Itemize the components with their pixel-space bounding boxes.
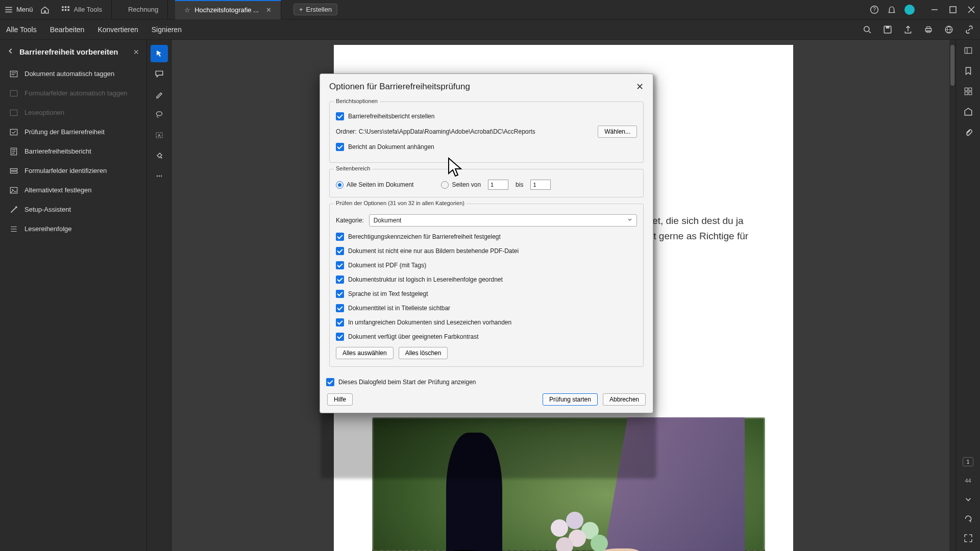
sidebar-item-alt-text[interactable]: Alternativtext festlegen (0, 181, 146, 200)
show-on-start-label: Dieses Dialogfeld beim Start der Prüfung… (338, 379, 476, 386)
check-3[interactable] (336, 276, 344, 284)
check-7[interactable] (336, 333, 344, 341)
category-value: Dokument (374, 217, 402, 224)
search-icon[interactable] (863, 25, 872, 34)
dialog-close-icon[interactable]: ✕ (636, 81, 644, 92)
sidebar-item-label: Barrierefreiheitsbericht (24, 147, 91, 155)
sidebar-item-check[interactable]: Prüfung der Barrierefreiheit (0, 122, 146, 142)
all-pages-radio[interactable] (336, 181, 344, 189)
nav-sign[interactable]: Signieren (152, 26, 182, 34)
wand-icon (9, 205, 18, 214)
svg-point-28 (160, 157, 162, 159)
tag-icon (9, 69, 18, 79)
page-total: 44 (965, 478, 971, 484)
tab-doc-1[interactable]: Rechnung (119, 0, 168, 19)
sidebar-item-label: Formularfelder automatisch taggen (24, 89, 128, 97)
start-check-button[interactable]: Prüfung starten (543, 393, 598, 406)
check-2[interactable] (336, 261, 344, 269)
select-all-button[interactable]: Alles auswählen (336, 347, 394, 359)
link-icon[interactable] (965, 25, 974, 34)
category-select[interactable]: Dokument (369, 214, 637, 227)
clear-all-button[interactable]: Alles löschen (399, 347, 448, 359)
check-0[interactable] (336, 233, 344, 241)
nav-edit[interactable]: Bearbeiten (50, 26, 85, 34)
choose-folder-button[interactable]: Wählen... (598, 126, 637, 138)
avatar[interactable] (904, 5, 915, 15)
back-icon[interactable] (7, 47, 14, 57)
lasso-tool[interactable] (151, 106, 168, 123)
sidebar-item-report[interactable]: Barrierefreiheitsbericht (0, 142, 146, 161)
refresh-icon[interactable] (964, 514, 973, 523)
sidebar-item-setup[interactable]: Setup-Assistent (0, 200, 146, 219)
check-6[interactable] (336, 318, 344, 327)
textbox-tool[interactable]: A (151, 127, 168, 144)
report-icon (9, 147, 18, 156)
tab-all-tools-label: Alle Tools (74, 6, 102, 13)
right-rail: 1 44 (955, 40, 980, 551)
more-tools[interactable] (151, 167, 168, 185)
sidebar-item-label: Alternativtext festlegen (24, 186, 92, 194)
sidebar-item-label: Dokument automatisch taggen (24, 70, 114, 78)
menu-button[interactable]: Menü (4, 5, 33, 14)
pages-from-radio[interactable] (441, 181, 449, 189)
cancel-button[interactable]: Abbrechen (603, 393, 646, 406)
attach-report-label: Bericht an Dokument anhängen (348, 143, 434, 151)
sidebar-item-read-order[interactable]: Lesereihenfolge (0, 219, 146, 239)
chevron-down-icon[interactable] (964, 495, 973, 504)
maximize-icon[interactable] (948, 5, 958, 14)
select-tool[interactable] (151, 45, 168, 62)
sidebar-item-identify-fields[interactable]: Formularfelder identifizieren (0, 161, 146, 181)
nav-convert[interactable]: Konvertieren (97, 26, 138, 34)
to-page-input[interactable] (530, 180, 551, 190)
home-icon[interactable] (40, 5, 50, 14)
bell-icon[interactable] (887, 5, 896, 14)
sidebar-title: Barrierefreiheit vorbereiten (19, 47, 128, 57)
comment-tool[interactable] (151, 65, 168, 83)
folder-label: Ordner: (336, 128, 357, 135)
pencil-tool[interactable] (151, 86, 168, 103)
svg-rect-11 (886, 26, 890, 29)
attachment-icon[interactable] (964, 128, 973, 137)
svg-rect-21 (10, 168, 17, 170)
help-button[interactable]: Hilfe (327, 393, 353, 406)
check-5[interactable] (336, 304, 344, 312)
expand-icon[interactable] (964, 534, 973, 543)
minimize-icon[interactable] (930, 5, 939, 14)
svg-rect-13 (927, 27, 930, 28)
sidebar-close-icon[interactable]: ✕ (133, 48, 139, 56)
thumbnails-icon[interactable] (964, 87, 973, 96)
save-icon[interactable] (883, 25, 892, 34)
attach-report-checkbox[interactable] (336, 143, 344, 151)
globe-icon[interactable] (944, 25, 953, 34)
create-report-checkbox[interactable] (336, 112, 344, 120)
help-icon[interactable]: ? (870, 5, 879, 14)
bookmark-icon[interactable] (964, 66, 973, 76)
fill-tool[interactable] (151, 147, 168, 164)
svg-point-30 (158, 176, 159, 177)
create-report-label: Barrierefreiheitsbericht erstellen (348, 113, 434, 120)
check-1[interactable] (336, 247, 344, 255)
panels-icon[interactable] (964, 46, 973, 55)
tags-icon[interactable] (964, 107, 973, 116)
tab-doc-2[interactable]: ☆ Hochzeitsfotografie ... ✕ (175, 0, 281, 19)
create-button[interactable]: + Erstellen (293, 4, 337, 15)
sidebar-item-auto-tag[interactable]: Dokument automatisch taggen (0, 64, 146, 84)
category-label: Kategorie: (336, 217, 364, 224)
svg-rect-5 (67, 9, 69, 10)
svg-rect-36 (969, 92, 972, 95)
nav-all-tools[interactable]: Alle Tools (6, 26, 37, 34)
svg-rect-16 (10, 71, 17, 77)
print-icon[interactable] (924, 25, 933, 34)
page-current[interactable]: 1 (963, 457, 973, 466)
share-icon[interactable] (903, 25, 913, 34)
vertical-scrollbar[interactable] (949, 40, 955, 551)
tab-all-tools[interactable]: Alle Tools (57, 0, 112, 19)
to-label: bis (516, 181, 523, 188)
tab-close-icon[interactable]: ✕ (266, 6, 272, 14)
show-on-start-checkbox[interactable] (326, 378, 334, 386)
from-page-input[interactable] (488, 180, 508, 190)
close-window-icon[interactable] (967, 5, 976, 14)
sidebar-item-label: Lesereihenfolge (24, 225, 72, 233)
svg-text:?: ? (873, 7, 876, 12)
check-4[interactable] (336, 290, 344, 298)
